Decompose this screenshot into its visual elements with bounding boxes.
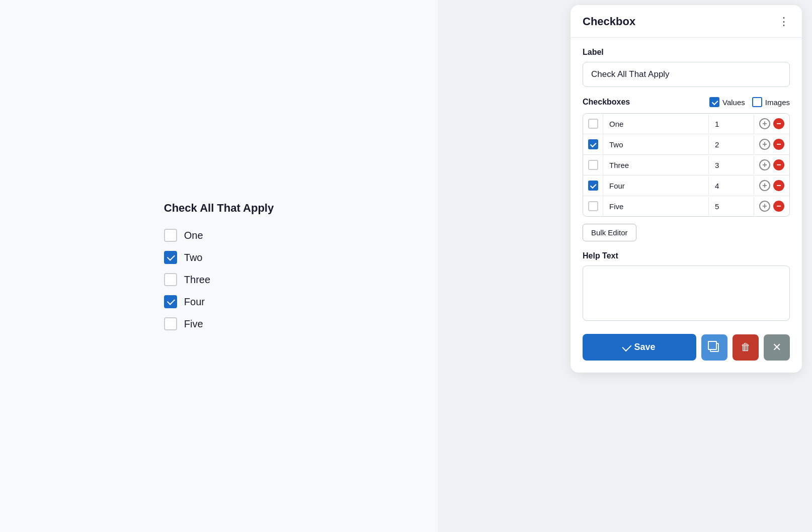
table-row: +− <box>583 175 789 196</box>
save-label: Save <box>634 342 655 352</box>
row-name-input[interactable] <box>603 156 708 174</box>
values-toggle-label: Values <box>722 98 745 107</box>
preview-checkbox-two[interactable] <box>164 251 177 264</box>
remove-row-button[interactable]: − <box>773 118 784 129</box>
copy-icon <box>710 343 719 352</box>
table-row: +− <box>583 134 789 155</box>
remove-row-button[interactable]: − <box>773 159 784 170</box>
checkboxes-header: Checkboxes Values Images <box>583 97 790 107</box>
preview-content: Check All That Apply OneTwoThreeFourFive <box>144 182 294 350</box>
close-icon: ✕ <box>772 341 781 354</box>
preview-checkbox-item: One <box>164 229 274 242</box>
row-value-input[interactable] <box>709 115 754 133</box>
panel-title: Checkbox <box>583 15 635 28</box>
checkboxes-section-heading: Checkboxes <box>583 98 630 107</box>
row-checkbox-one[interactable] <box>588 119 598 129</box>
help-text-input[interactable] <box>583 265 790 321</box>
add-row-button[interactable]: + <box>759 139 770 150</box>
add-row-button[interactable]: + <box>759 180 770 191</box>
preview-checkbox-one[interactable] <box>164 229 177 242</box>
close-button[interactable]: ✕ <box>764 334 790 361</box>
label-section-heading: Label <box>583 48 790 57</box>
add-row-button[interactable]: + <box>759 118 770 129</box>
row-checkbox-five[interactable] <box>588 201 598 211</box>
preview-checkbox-item: Five <box>164 317 274 330</box>
checkboxes-table: +−+−+−+−+− <box>583 113 790 217</box>
preview-checkbox-item: Four <box>164 295 274 308</box>
preview-checkbox-label: Four <box>184 296 205 308</box>
label-input[interactable] <box>583 62 790 87</box>
remove-row-button[interactable]: − <box>773 180 784 191</box>
remove-row-button[interactable]: − <box>773 201 784 212</box>
row-value-input[interactable] <box>709 135 754 154</box>
help-text-heading: Help Text <box>583 251 790 260</box>
row-name-input[interactable] <box>603 135 708 154</box>
preview-checkbox-three[interactable] <box>164 273 177 286</box>
images-toggle-item: Images <box>752 97 790 107</box>
remove-row-button[interactable]: − <box>773 139 784 150</box>
preview-checkbox-five[interactable] <box>164 317 177 330</box>
preview-checkbox-four[interactable] <box>164 295 177 308</box>
preview-checkbox-label: Two <box>184 252 203 263</box>
panel-header: Checkbox ⋮ <box>571 5 802 38</box>
toggle-group: Values Images <box>709 97 790 107</box>
table-row: +− <box>583 196 789 216</box>
row-checkbox-four[interactable] <box>588 181 598 191</box>
add-row-button[interactable]: + <box>759 201 770 212</box>
table-row: +− <box>583 114 789 134</box>
bulk-editor-button[interactable]: Bulk Editor <box>583 224 636 241</box>
preview-area: Check All That Apply OneTwoThreeFourFive <box>0 0 438 532</box>
save-button[interactable]: Save <box>583 334 696 361</box>
preview-checkbox-label: One <box>184 230 203 241</box>
row-name-input[interactable] <box>603 176 708 195</box>
images-checkbox[interactable] <box>752 97 762 107</box>
preview-title: Check All That Apply <box>164 202 274 215</box>
copy-button[interactable] <box>701 334 727 361</box>
values-checkbox[interactable] <box>709 97 719 107</box>
row-value-input[interactable] <box>709 156 754 174</box>
checkbox-list: OneTwoThreeFourFive <box>164 229 274 330</box>
action-buttons: Save 🗑 ✕ <box>583 334 790 361</box>
row-value-input[interactable] <box>709 176 754 195</box>
row-checkbox-three[interactable] <box>588 160 598 170</box>
preview-checkbox-label: Three <box>184 274 210 286</box>
preview-checkbox-item: Two <box>164 251 274 264</box>
values-toggle-item: Values <box>709 97 745 107</box>
row-checkbox-two[interactable] <box>588 139 598 149</box>
right-panel: Checkbox ⋮ Label Checkboxes Values Image… <box>571 5 802 373</box>
row-name-input[interactable] <box>603 197 708 216</box>
row-value-input[interactable] <box>709 197 754 216</box>
row-name-input[interactable] <box>603 115 708 133</box>
preview-checkbox-label: Five <box>184 318 203 330</box>
trash-icon: 🗑 <box>741 341 751 353</box>
panel-body: Label Checkboxes Values Images +−+−+−+−+… <box>571 38 802 373</box>
add-row-button[interactable]: + <box>759 159 770 170</box>
delete-button[interactable]: 🗑 <box>733 334 759 361</box>
images-toggle-label: Images <box>765 98 790 107</box>
table-row: +− <box>583 155 789 175</box>
more-options-icon[interactable]: ⋮ <box>778 16 790 27</box>
preview-checkbox-item: Three <box>164 273 274 286</box>
